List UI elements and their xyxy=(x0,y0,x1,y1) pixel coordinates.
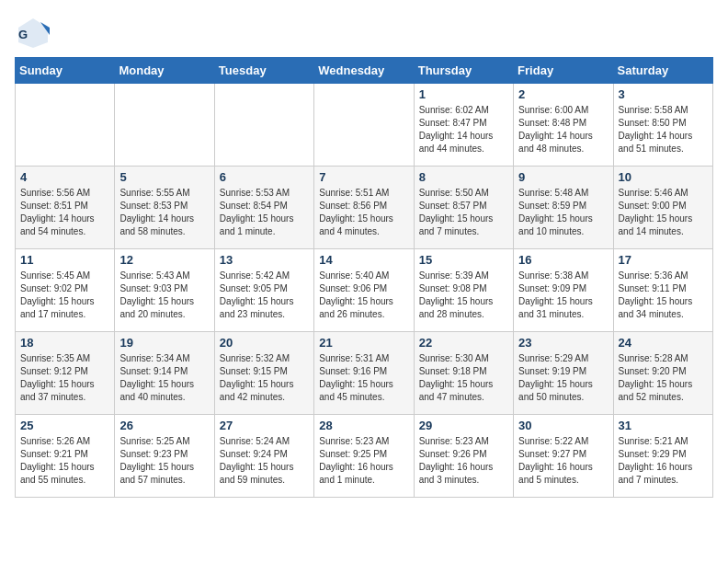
weekday-friday: Friday xyxy=(514,58,613,84)
day-info: Sunrise: 5:45 AMSunset: 9:02 PMDaylight:… xyxy=(20,270,109,321)
day-info: Sunrise: 5:50 AMSunset: 8:57 PMDaylight:… xyxy=(419,187,508,238)
calendar-cell: 8Sunrise: 5:50 AMSunset: 8:57 PMDaylight… xyxy=(414,167,513,249)
day-number: 28 xyxy=(319,419,408,432)
day-info: Sunrise: 5:35 AMSunset: 9:12 PMDaylight:… xyxy=(20,352,109,404)
day-info: Sunrise: 5:55 AMSunset: 8:53 PMDaylight:… xyxy=(119,187,209,238)
calendar-cell: 21Sunrise: 5:31 AMSunset: 9:16 PMDayligh… xyxy=(314,332,414,415)
calendar-cell: 16Sunrise: 5:38 AMSunset: 9:09 PMDayligh… xyxy=(514,249,613,332)
day-info: Sunrise: 6:02 AMSunset: 8:47 PMDaylight:… xyxy=(419,104,508,155)
calendar-cell: 7Sunrise: 5:51 AMSunset: 8:56 PMDaylight… xyxy=(314,167,414,249)
day-info: Sunrise: 5:30 AMSunset: 9:18 PMDaylight:… xyxy=(419,352,508,404)
day-number: 12 xyxy=(119,253,209,267)
week-row-5: 25Sunrise: 5:26 AMSunset: 9:21 PMDayligh… xyxy=(16,415,713,498)
calendar-cell: 28Sunrise: 5:23 AMSunset: 9:25 PMDayligh… xyxy=(314,415,414,498)
day-number: 11 xyxy=(20,253,109,267)
day-info: Sunrise: 5:22 AMSunset: 9:27 PMDaylight:… xyxy=(518,435,608,487)
day-number: 31 xyxy=(619,419,708,432)
day-number: 9 xyxy=(518,170,608,184)
day-number: 15 xyxy=(419,253,508,267)
calendar-cell: 27Sunrise: 5:24 AMSunset: 9:24 PMDayligh… xyxy=(214,415,313,498)
day-number: 4 xyxy=(20,170,109,184)
calendar-cell xyxy=(115,84,214,167)
day-number: 19 xyxy=(119,336,209,350)
calendar-cell: 29Sunrise: 5:23 AMSunset: 9:26 PMDayligh… xyxy=(414,415,513,498)
week-row-3: 11Sunrise: 5:45 AMSunset: 9:02 PMDayligh… xyxy=(16,249,713,332)
day-number: 18 xyxy=(20,336,109,350)
day-info: Sunrise: 5:31 AMSunset: 9:16 PMDaylight:… xyxy=(319,352,408,404)
calendar-cell: 4Sunrise: 5:56 AMSunset: 8:51 PMDaylight… xyxy=(16,167,115,249)
svg-text:G: G xyxy=(18,28,28,41)
day-number: 13 xyxy=(220,253,309,267)
day-number: 16 xyxy=(518,253,608,267)
logo-icon: G xyxy=(15,15,48,48)
day-number: 27 xyxy=(220,419,309,432)
calendar-cell: 18Sunrise: 5:35 AMSunset: 9:12 PMDayligh… xyxy=(16,332,115,415)
day-info: Sunrise: 5:46 AMSunset: 9:00 PMDaylight:… xyxy=(619,187,708,238)
weekday-header-row: SundayMondayTuesdayWednesdayThursdayFrid… xyxy=(16,58,713,84)
week-row-2: 4Sunrise: 5:56 AMSunset: 8:51 PMDaylight… xyxy=(16,167,713,249)
day-number: 24 xyxy=(619,336,708,350)
weekday-thursday: Thursday xyxy=(414,58,513,84)
calendar-cell: 11Sunrise: 5:45 AMSunset: 9:02 PMDayligh… xyxy=(16,249,115,332)
calendar-cell: 12Sunrise: 5:43 AMSunset: 9:03 PMDayligh… xyxy=(115,249,214,332)
week-row-1: 1Sunrise: 6:02 AMSunset: 8:47 PMDaylight… xyxy=(16,84,713,167)
weekday-sunday: Sunday xyxy=(16,58,115,84)
day-number: 10 xyxy=(619,170,708,184)
day-info: Sunrise: 5:29 AMSunset: 9:19 PMDaylight:… xyxy=(518,352,608,404)
day-info: Sunrise: 5:40 AMSunset: 9:06 PMDaylight:… xyxy=(319,270,408,321)
calendar-cell: 22Sunrise: 5:30 AMSunset: 9:18 PMDayligh… xyxy=(414,332,513,415)
calendar-cell: 9Sunrise: 5:48 AMSunset: 8:59 PMDaylight… xyxy=(514,167,613,249)
logo: G xyxy=(15,15,51,48)
weekday-wednesday: Wednesday xyxy=(314,58,414,84)
weekday-saturday: Saturday xyxy=(613,58,712,84)
day-info: Sunrise: 5:58 AMSunset: 8:50 PMDaylight:… xyxy=(619,104,708,155)
day-number: 25 xyxy=(20,419,109,432)
day-number: 6 xyxy=(220,170,309,184)
day-number: 7 xyxy=(319,170,408,184)
calendar-cell xyxy=(16,84,115,167)
day-number: 17 xyxy=(619,253,708,267)
day-number: 3 xyxy=(619,87,708,101)
calendar-cell: 26Sunrise: 5:25 AMSunset: 9:23 PMDayligh… xyxy=(115,415,214,498)
calendar-cell: 23Sunrise: 5:29 AMSunset: 9:19 PMDayligh… xyxy=(514,332,613,415)
calendar-cell: 2Sunrise: 6:00 AMSunset: 8:48 PMDaylight… xyxy=(514,84,613,167)
day-info: Sunrise: 5:39 AMSunset: 9:08 PMDaylight:… xyxy=(419,270,508,321)
day-info: Sunrise: 5:56 AMSunset: 8:51 PMDaylight:… xyxy=(20,187,109,238)
day-info: Sunrise: 5:42 AMSunset: 9:05 PMDaylight:… xyxy=(220,270,309,321)
calendar-cell: 13Sunrise: 5:42 AMSunset: 9:05 PMDayligh… xyxy=(214,249,313,332)
calendar-cell: 3Sunrise: 5:58 AMSunset: 8:50 PMDaylight… xyxy=(613,84,712,167)
day-info: Sunrise: 5:23 AMSunset: 9:26 PMDaylight:… xyxy=(419,435,508,487)
day-number: 1 xyxy=(419,87,508,101)
day-info: Sunrise: 5:43 AMSunset: 9:03 PMDaylight:… xyxy=(119,270,209,321)
day-number: 8 xyxy=(419,170,508,184)
calendar-body: 1Sunrise: 6:02 AMSunset: 8:47 PMDaylight… xyxy=(16,84,713,498)
calendar-cell: 30Sunrise: 5:22 AMSunset: 9:27 PMDayligh… xyxy=(514,415,613,498)
calendar-cell: 19Sunrise: 5:34 AMSunset: 9:14 PMDayligh… xyxy=(115,332,214,415)
day-info: Sunrise: 5:28 AMSunset: 9:20 PMDaylight:… xyxy=(619,352,708,404)
day-number: 5 xyxy=(119,170,209,184)
calendar-cell: 15Sunrise: 5:39 AMSunset: 9:08 PMDayligh… xyxy=(414,249,513,332)
calendar-cell: 31Sunrise: 5:21 AMSunset: 9:29 PMDayligh… xyxy=(613,415,712,498)
day-info: Sunrise: 5:48 AMSunset: 8:59 PMDaylight:… xyxy=(518,187,608,238)
calendar-cell: 17Sunrise: 5:36 AMSunset: 9:11 PMDayligh… xyxy=(613,249,712,332)
day-number: 30 xyxy=(518,419,608,432)
day-info: Sunrise: 5:36 AMSunset: 9:11 PMDaylight:… xyxy=(619,270,708,321)
day-info: Sunrise: 5:24 AMSunset: 9:24 PMDaylight:… xyxy=(220,435,309,487)
calendar-cell: 6Sunrise: 5:53 AMSunset: 8:54 PMDaylight… xyxy=(214,167,313,249)
day-number: 21 xyxy=(319,336,408,350)
day-info: Sunrise: 5:21 AMSunset: 9:29 PMDaylight:… xyxy=(619,435,708,487)
day-info: Sunrise: 5:51 AMSunset: 8:56 PMDaylight:… xyxy=(319,187,408,238)
day-info: Sunrise: 5:26 AMSunset: 9:21 PMDaylight:… xyxy=(20,435,109,487)
day-info: Sunrise: 5:34 AMSunset: 9:14 PMDaylight:… xyxy=(119,352,209,404)
day-number: 23 xyxy=(518,336,608,350)
weekday-tuesday: Tuesday xyxy=(214,58,313,84)
day-number: 29 xyxy=(419,419,508,432)
week-row-4: 18Sunrise: 5:35 AMSunset: 9:12 PMDayligh… xyxy=(16,332,713,415)
weekday-monday: Monday xyxy=(115,58,214,84)
day-info: Sunrise: 5:25 AMSunset: 9:23 PMDaylight:… xyxy=(119,435,209,487)
day-info: Sunrise: 5:32 AMSunset: 9:15 PMDaylight:… xyxy=(220,352,309,404)
day-info: Sunrise: 5:38 AMSunset: 9:09 PMDaylight:… xyxy=(518,270,608,321)
calendar-cell: 20Sunrise: 5:32 AMSunset: 9:15 PMDayligh… xyxy=(214,332,313,415)
day-info: Sunrise: 5:53 AMSunset: 8:54 PMDaylight:… xyxy=(220,187,309,238)
calendar-cell: 10Sunrise: 5:46 AMSunset: 9:00 PMDayligh… xyxy=(613,167,712,249)
